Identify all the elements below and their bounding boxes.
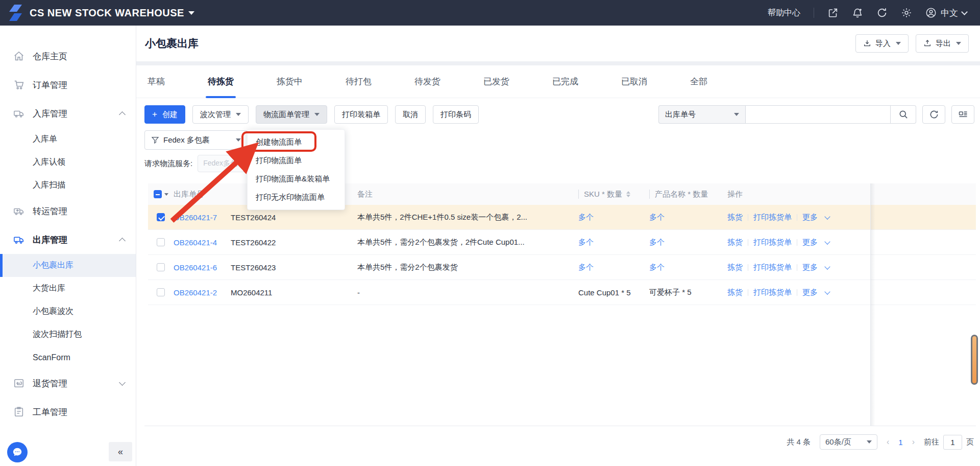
pick-action-link[interactable]: 拣货 xyxy=(727,288,743,297)
pick-action-link[interactable]: 拣货 xyxy=(727,238,743,247)
sidebar-subitem-bulk-outbound[interactable]: 大货出库 xyxy=(0,277,136,300)
more-action-link[interactable]: 更多 xyxy=(802,263,818,272)
share-icon[interactable] xyxy=(827,7,839,18)
warehouse-name[interactable]: CS NEW STOCK WAREHOUSE xyxy=(30,7,184,19)
more-action-link[interactable]: 更多 xyxy=(802,288,818,297)
tab-completed[interactable]: 已完成 xyxy=(552,65,578,98)
sidebar-subitem-inbound-scan[interactable]: 入库扫描 xyxy=(0,174,136,197)
prev-page-button[interactable]: ‹ xyxy=(887,437,889,447)
row-checkbox[interactable] xyxy=(157,288,165,296)
sku-qty-link[interactable]: 多个 xyxy=(578,263,594,272)
order-number-link[interactable]: OB260421-6 xyxy=(174,263,217,272)
order-number-link[interactable]: OB260421-7 xyxy=(174,213,217,222)
pick-action-link[interactable]: 拣货 xyxy=(727,213,743,222)
logistics-label-manage-button[interactable]: 物流面单管理 xyxy=(256,105,327,124)
page-size-select[interactable]: 60条/页 xyxy=(820,434,877,450)
warehouse-switch-caret-icon[interactable] xyxy=(188,11,194,15)
scrollbar-thumb-highlighted[interactable] xyxy=(971,335,978,385)
help-center-link[interactable]: 帮助中心 xyxy=(768,8,800,18)
sidebar-item-inbound-management[interactable]: 入库管理 xyxy=(0,99,136,128)
chat-support-button[interactable] xyxy=(7,442,28,462)
chevron-up-icon[interactable] xyxy=(119,111,126,118)
tab-picking[interactable]: 拣货中 xyxy=(277,65,303,98)
filter-tag-fedex[interactable]: Fedex 多包裹 xyxy=(144,130,248,150)
print-packing-list-button[interactable]: 打印装箱单 xyxy=(334,105,388,124)
order-number-link[interactable]: OB260421-4 xyxy=(174,238,217,247)
transfer-truck-icon xyxy=(13,205,24,217)
tab-to-ship[interactable]: 待发货 xyxy=(414,65,440,98)
search-field-label: 出库单号 xyxy=(665,110,696,120)
refresh-list-button[interactable] xyxy=(922,105,945,124)
chevron-down-icon[interactable] xyxy=(119,379,126,386)
row-checkbox[interactable] xyxy=(157,263,165,271)
print-picklist-action-link[interactable]: 打印拣货单 xyxy=(753,288,792,297)
select-menu-caret-icon[interactable] xyxy=(164,193,168,196)
sidebar-subitem-small-parcel-outbound[interactable]: 小包裹出库 xyxy=(0,254,136,277)
tab-shipped[interactable]: 已发货 xyxy=(483,65,509,98)
chevron-down-icon xyxy=(961,9,968,15)
product-qty-link[interactable]: 多个 xyxy=(649,263,665,271)
sku-qty-link[interactable]: 多个 xyxy=(578,213,594,222)
next-page-button[interactable]: › xyxy=(912,437,915,447)
sidebar-collapse-button[interactable]: « xyxy=(109,442,132,461)
table-row[interactable]: OB260421-2 MO2604211 - Cute Cup01 * 5 可爱… xyxy=(148,280,976,305)
print-picklist-action-link[interactable]: 打印拣货单 xyxy=(753,213,792,222)
sidebar-subitem-scanform[interactable]: ScanForm xyxy=(0,346,136,369)
print-barcode-button[interactable]: 打印条码 xyxy=(433,105,479,124)
export-button[interactable]: 导出 xyxy=(916,34,969,53)
product-qty-link[interactable]: 多个 xyxy=(649,238,665,246)
goto-page-input[interactable] xyxy=(943,435,962,450)
tab-to-pick[interactable]: 待拣货 xyxy=(208,65,234,98)
wave-manage-button[interactable]: 波次管理 xyxy=(192,105,249,124)
more-action-link[interactable]: 更多 xyxy=(802,213,818,222)
print-picklist-action-link[interactable]: 打印拣货单 xyxy=(753,238,792,247)
import-button[interactable]: 导入 xyxy=(855,34,909,53)
settings-gear-icon[interactable] xyxy=(901,7,912,18)
pick-action-link[interactable]: 拣货 xyxy=(727,263,743,272)
product-qty-link[interactable]: 多个 xyxy=(649,213,665,221)
sidebar-item-worksheet-management[interactable]: 工单管理 xyxy=(0,398,136,426)
sidebar-item-warehouse-home[interactable]: 仓库主页 xyxy=(0,42,136,71)
sidebar-item-outbound-management[interactable]: 出库管理 xyxy=(0,225,136,254)
chevron-up-icon[interactable] xyxy=(119,238,126,244)
refresh-icon[interactable] xyxy=(876,7,888,18)
sidebar-item-order-management[interactable]: 订单管理 xyxy=(0,71,136,99)
sidebar-subitem-inbound-claim[interactable]: 入库认领 xyxy=(0,151,136,174)
row-checkbox[interactable] xyxy=(157,238,165,246)
user-language-menu[interactable]: 中文 xyxy=(925,7,967,19)
menu-item-print-label-no-watermark[interactable]: 打印无水印物流面单 xyxy=(248,188,345,206)
notifications-bell-icon[interactable] xyxy=(852,7,863,18)
tab-all[interactable]: 全部 xyxy=(690,65,707,98)
current-page[interactable]: 1 xyxy=(898,438,902,447)
col-header-order[interactable]: 出库单号 xyxy=(174,190,231,199)
sidebar-item-transfer-management[interactable]: 转运管理 xyxy=(0,197,136,225)
search-button[interactable] xyxy=(891,105,916,124)
menu-item-print-shipping-label[interactable]: 打印物流面单 xyxy=(248,151,345,170)
row-checkbox[interactable] xyxy=(157,213,165,221)
chat-bubble-icon xyxy=(12,447,23,458)
sidebar-item-return-management[interactable]: 退货管理 xyxy=(0,369,136,398)
menu-item-print-label-and-packing[interactable]: 打印物流面单&装箱单 xyxy=(248,170,345,188)
more-action-link[interactable]: 更多 xyxy=(802,238,818,247)
order-number-link[interactable]: OB260421-2 xyxy=(174,288,217,297)
caret-down-icon xyxy=(236,113,241,116)
sku-qty-link[interactable]: 多个 xyxy=(578,238,594,247)
column-settings-button[interactable] xyxy=(951,105,974,124)
tab-cancelled[interactable]: 已取消 xyxy=(621,65,647,98)
search-input[interactable] xyxy=(745,105,891,124)
select-all-checkbox[interactable] xyxy=(154,190,162,198)
print-picklist-action-link[interactable]: 打印拣货单 xyxy=(753,263,792,272)
cancel-button[interactable]: 取消 xyxy=(395,105,426,124)
create-button[interactable]: + 创建 xyxy=(144,105,185,124)
menu-item-create-shipping-label[interactable]: 创建物流面单 xyxy=(248,133,345,151)
sidebar-subitem-parcel-wave[interactable]: 小包裹波次 xyxy=(0,300,136,323)
sort-icon[interactable] xyxy=(626,191,630,197)
table-row[interactable]: OB260421-6 TEST260423 本单共5件，需分2个包裹发货 多个 … xyxy=(148,255,976,280)
header-divider xyxy=(578,190,579,199)
tab-to-pack[interactable]: 待打包 xyxy=(346,65,372,98)
sidebar-subitem-wave-scan-pack[interactable]: 波次扫描打包 xyxy=(0,323,136,346)
tab-draft[interactable]: 草稿 xyxy=(148,65,165,98)
sidebar-subitem-inbound-order[interactable]: 入库单 xyxy=(0,128,136,151)
table-row[interactable]: OB260421-4 TEST260422 本单共5件，需分2个包裹发货，2件C… xyxy=(148,230,976,255)
search-field-select[interactable]: 出库单号 xyxy=(658,105,745,124)
